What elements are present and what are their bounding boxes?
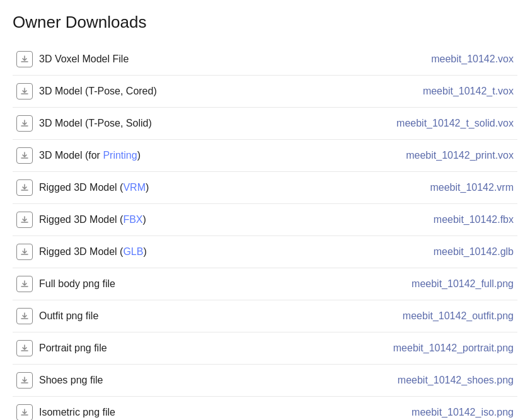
link-text: FBX [123,214,142,225]
download-label: Full body png file [35,268,274,300]
download-icon [16,372,33,389]
download-label: 3D Model (T-Pose, Solid) [35,108,274,140]
download-icon [16,308,33,324]
download-icon [16,51,33,67]
table-row[interactable]: Full body png filemeebit_10142_full.png [13,268,517,300]
download-label: 3D Voxel Model File [35,43,274,76]
download-filename[interactable]: meebit_10142_full.png [274,268,517,300]
download-filename[interactable]: meebit_10142.glb [274,236,517,268]
download-label: Portrait png file [35,332,274,365]
download-icon [16,340,33,356]
table-row[interactable]: Shoes png filemeebit_10142_shoes.png [13,365,517,397]
download-filename[interactable]: meebit_10142_outfit.png [274,300,517,332]
download-label: 3D Model (T-Pose, Cored) [35,76,274,108]
download-label: 3D Model (for Printing) [35,140,274,172]
link-text: Printing [103,150,137,161]
download-label: Rigged 3D Model (GLB) [35,236,274,268]
link-text: VRM [123,182,146,193]
link-text: GLB [123,246,143,257]
table-row[interactable]: Rigged 3D Model (VRM)meebit_10142.vrm [13,172,517,204]
download-icon [16,83,33,99]
table-row[interactable]: 3D Model (T-Pose, Cored)meebit_10142_t.v… [13,76,517,108]
table-row[interactable]: Rigged 3D Model (FBX)meebit_10142.fbx [13,204,517,236]
download-filename[interactable]: meebit_10142_print.vox [274,140,517,172]
download-table: 3D Voxel Model Filemeebit_10142.vox 3D M… [13,43,517,420]
download-icon [16,244,33,260]
download-filename[interactable]: meebit_10142.vrm [274,172,517,204]
table-row[interactable]: 3D Model (for Printing)meebit_10142_prin… [13,140,517,172]
table-row[interactable]: 3D Voxel Model Filemeebit_10142.vox [13,43,517,76]
page-title: Owner Downloads [13,13,517,32]
download-filename[interactable]: meebit_10142_iso.png [274,397,517,421]
table-row[interactable]: 3D Model (T-Pose, Solid)meebit_10142_t_s… [13,108,517,140]
download-icon [16,179,33,196]
download-filename[interactable]: meebit_10142_portrait.png [274,332,517,365]
download-label: Rigged 3D Model (FBX) [35,204,274,236]
table-row[interactable]: Rigged 3D Model (GLB)meebit_10142.glb [13,236,517,268]
download-filename[interactable]: meebit_10142_shoes.png [274,365,517,397]
table-row[interactable]: Isometric png filemeebit_10142_iso.png [13,397,517,421]
table-row[interactable]: Portrait png filemeebit_10142_portrait.p… [13,332,517,365]
download-icon [16,276,33,292]
download-filename[interactable]: meebit_10142.fbx [274,204,517,236]
download-label: Rigged 3D Model (VRM) [35,172,274,204]
table-row[interactable]: Outfit png filemeebit_10142_outfit.png [13,300,517,332]
download-label: Outfit png file [35,300,274,332]
download-filename[interactable]: meebit_10142_t_solid.vox [274,108,517,140]
download-icon [16,115,33,132]
download-icon [16,147,33,164]
download-icon [16,212,33,228]
download-label: Isometric png file [35,397,274,421]
download-label: Shoes png file [35,365,274,397]
download-icon [16,404,33,420]
download-filename[interactable]: meebit_10142.vox [274,43,517,76]
download-filename[interactable]: meebit_10142_t.vox [274,76,517,108]
